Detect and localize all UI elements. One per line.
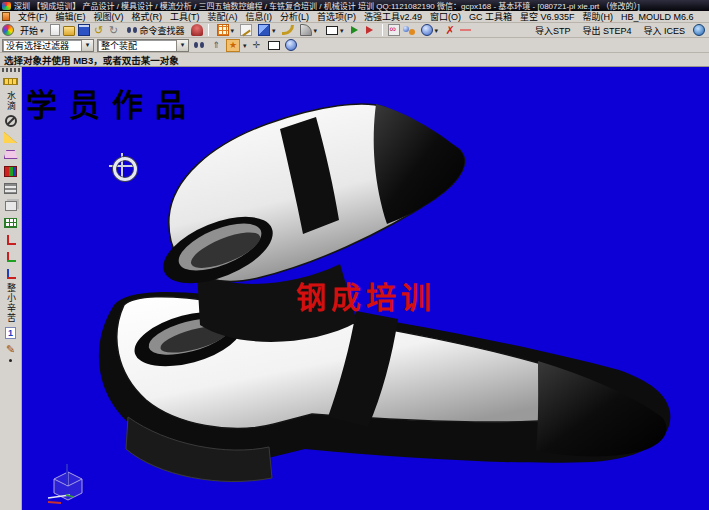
- find-in-selection-button[interactable]: [192, 39, 206, 52]
- hand-edit-icon: ✎: [5, 344, 17, 356]
- cursor-crosshair-icon: [109, 153, 135, 179]
- wcs-button[interactable]: [2, 232, 20, 247]
- prompt-bar: 选择对象并使用 MB3，或者双击某一对象: [0, 53, 709, 67]
- wcs-axes-icon: [5, 234, 17, 246]
- highlight-snap-button[interactable]: ★: [226, 39, 240, 52]
- menu-view[interactable]: 视图(V): [94, 10, 124, 23]
- view-orient-dropdown-button[interactable]: ▾: [418, 24, 442, 37]
- chevron-down-icon[interactable]: ▾: [81, 40, 93, 51]
- wcs-move-icon: [5, 268, 17, 280]
- selection-scope-combo[interactable]: 整个装配 ▾: [97, 39, 189, 52]
- sheets-button[interactable]: [2, 198, 20, 213]
- menu-format[interactable]: 格式(R): [132, 10, 163, 23]
- extrude-icon: [258, 24, 270, 36]
- circle-icon: [285, 39, 297, 51]
- toolbar-dot: [9, 359, 12, 362]
- selection-bar: 没有选择过滤器 ▾ 整个装配 ▾ ⇑ ★ ▾ ✛: [0, 38, 709, 53]
- grid-dropdown-button[interactable]: ▾: [214, 24, 238, 37]
- undo-icon[interactable]: ↺: [93, 24, 105, 36]
- rectangle-dropdown-button[interactable]: ▾: [323, 24, 347, 37]
- view-triad-icon: [44, 462, 92, 508]
- wave-link-icon[interactable]: [388, 24, 400, 36]
- part-file-icon: [2, 12, 10, 21]
- selection-filter-value: 没有选择过滤器: [3, 39, 81, 52]
- rect-select-button[interactable]: [267, 39, 281, 52]
- chevron-down-icon[interactable]: ▾: [243, 42, 247, 49]
- graphics-viewport[interactable]: 学员作品 钢成培训: [22, 67, 709, 510]
- nx-start-icon[interactable]: [2, 24, 14, 36]
- snap-plus-button[interactable]: ✛: [250, 39, 264, 52]
- toolbar-grip[interactable]: [2, 68, 20, 72]
- menu-gc-toolbox[interactable]: GC 工具箱: [469, 10, 512, 23]
- toolbar-separator: [382, 24, 383, 36]
- menu-help[interactable]: 帮助(H): [583, 10, 614, 23]
- no-entry-icon: [5, 115, 17, 127]
- menu-haoqiang-tools[interactable]: 浩强工具v2.49: [364, 10, 422, 23]
- spreadsheet-icon: [4, 218, 17, 228]
- ruler-button[interactable]: [2, 74, 20, 89]
- watermark-gangcheng: 钢成培训: [296, 273, 436, 317]
- globe-icon[interactable]: [693, 24, 705, 36]
- menu-assembly[interactable]: 装配(A): [208, 10, 238, 23]
- selection-filter-combo[interactable]: 没有选择过滤器 ▾: [2, 39, 94, 52]
- circle-select-button[interactable]: [284, 39, 298, 52]
- sketch-icon[interactable]: [240, 24, 252, 36]
- vertical-label-bottom[interactable]: 整小辛苦: [6, 283, 15, 323]
- trapezoid-button[interactable]: [2, 147, 20, 162]
- stamp-icon[interactable]: [191, 24, 203, 36]
- triangle-ruler-button[interactable]: [2, 130, 20, 145]
- watermark-student-work: 学员作品: [26, 80, 198, 125]
- datum-icon[interactable]: [403, 24, 415, 36]
- wcs-move-button[interactable]: [2, 266, 20, 281]
- menu-analysis[interactable]: 分析(L): [280, 10, 309, 23]
- redo-icon[interactable]: ↻: [108, 24, 120, 36]
- wcs-save-button[interactable]: [2, 249, 20, 264]
- menu-tools[interactable]: 工具(T): [170, 10, 200, 23]
- import-iges-button[interactable]: 导入 ICES: [639, 24, 689, 37]
- menu-hb-mould[interactable]: HB_MOULD M6.6: [621, 12, 694, 22]
- selection-scope-value: 整个装配: [98, 39, 176, 52]
- export-arrow-icon[interactable]: [365, 24, 377, 36]
- triangle-ruler-icon: [4, 132, 17, 143]
- no-entry-button[interactable]: [2, 113, 20, 128]
- command-finder-icon: [126, 24, 138, 36]
- trapezoid-icon: [4, 150, 18, 159]
- chevron-down-icon[interactable]: ▾: [176, 40, 188, 51]
- menu-preferences[interactable]: 首选项(P): [317, 10, 356, 23]
- rectangle-icon: [326, 26, 338, 35]
- command-finder-button[interactable]: 命令查找器: [123, 24, 188, 37]
- menu-file[interactable]: 文件(F): [18, 10, 48, 23]
- import-arrow-icon[interactable]: [350, 24, 362, 36]
- ruler-icon: [3, 78, 18, 85]
- hand-edit-button[interactable]: ✎: [2, 342, 20, 357]
- open-icon[interactable]: [63, 26, 75, 36]
- save-icon[interactable]: [78, 24, 90, 36]
- layers-button[interactable]: [2, 181, 20, 196]
- spreadsheet-button[interactable]: [2, 215, 20, 230]
- menu-info[interactable]: 信息(I): [246, 10, 273, 23]
- chevron-down-icon: ▾: [340, 27, 344, 34]
- export-step4-button[interactable]: 导出 STEP4: [578, 24, 635, 37]
- import-stp-button[interactable]: 导入STP: [531, 24, 575, 37]
- extrude-dropdown-button[interactable]: ▾: [255, 24, 279, 37]
- vertical-label-top[interactable]: 水滴: [6, 91, 15, 111]
- surface-dropdown-button[interactable]: ▾: [297, 24, 321, 37]
- books-button[interactable]: [2, 164, 20, 179]
- wcs-save-icon: [5, 251, 17, 263]
- menu-edit[interactable]: 编辑(E): [56, 10, 86, 23]
- start-button[interactable]: 开始 ▾: [17, 24, 47, 37]
- one-doc-button[interactable]: 1: [2, 325, 20, 340]
- menu-xingkong[interactable]: 星空 V6.935F: [520, 10, 575, 23]
- chevron-down-icon: ▾: [272, 27, 276, 34]
- rectangle-icon: [268, 41, 280, 50]
- new-part-icon[interactable]: [50, 24, 60, 36]
- menu-window[interactable]: 窗口(O): [430, 10, 461, 23]
- sweep-icon[interactable]: [282, 25, 294, 35]
- one-doc-icon: 1: [5, 327, 16, 339]
- snap-point-button[interactable]: ⇑: [209, 39, 223, 52]
- spline-icon[interactable]: ✗: [444, 24, 456, 36]
- line-icon[interactable]: [459, 24, 471, 36]
- binoculars-icon: [193, 39, 205, 51]
- menu-bar: 文件(F) 编辑(E) 视图(V) 格式(R) 工具(T) 装配(A) 信息(I…: [0, 11, 709, 23]
- surface-icon: [300, 24, 312, 36]
